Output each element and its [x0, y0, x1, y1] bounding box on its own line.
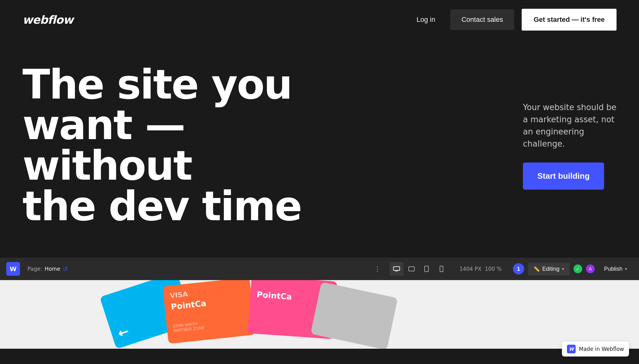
card-orange-details: JOHN SMITHPARTNER ZONE — [173, 316, 248, 333]
designer-preview: W Page: Home ↺ ⋮ 1404 PX 100 % — [0, 258, 639, 349]
made-in-webflow-badge[interactable]: W Made in Webflow — [562, 342, 629, 349]
svg-rect-1 — [409, 267, 414, 271]
mobile-device-button[interactable] — [435, 262, 448, 276]
svg-rect-3 — [440, 266, 443, 272]
page-name[interactable]: Home — [45, 266, 60, 272]
nav-actions: Log in Contact sales Get started — it's … — [409, 9, 617, 31]
editing-label: Editing — [542, 266, 559, 272]
logo[interactable]: webflow — [22, 13, 73, 26]
tablet-portrait-device-button[interactable] — [420, 262, 433, 276]
made-in-webflow-text: Made in Webflow — [579, 346, 624, 349]
hero-side: Your website should be a marketing asset… — [498, 101, 617, 190]
hero-title: The site you want — without the dev time — [22, 64, 303, 226]
canvas-content: ← VISA PointCa JOHN SMITHPARTNER ZONE 4.… — [0, 280, 639, 349]
publish-chevron-icon: ▾ — [625, 266, 627, 271]
device-switcher — [390, 262, 448, 276]
hero-headline: The site you want — without the dev time — [22, 64, 498, 226]
page-label: Page: — [27, 266, 42, 272]
card-gray — [310, 282, 398, 349]
webflow-badge-logo: W — [567, 345, 576, 349]
start-building-button[interactable]: Start building — [523, 163, 604, 190]
svg-rect-0 — [393, 267, 400, 270]
more-options-icon[interactable]: ⋮ — [374, 265, 381, 273]
collaborator-badge: 1 — [513, 263, 524, 274]
navbar: webflow Log in Contact sales Get started… — [0, 0, 639, 39]
page-indicator: Page: Home ↺ — [27, 265, 68, 273]
toolbar-right-actions: 1 ✏️ Editing ▾ ✓ A Publish ▾ — [513, 263, 633, 275]
tablet-landscape-device-button[interactable] — [405, 262, 418, 276]
designer-toolbar: W Page: Home ↺ ⋮ 1404 PX 100 % — [0, 258, 639, 280]
designer-canvas: ← VISA PointCa JOHN SMITHPARTNER ZONE 4.… — [0, 280, 639, 349]
hero-subtitle: Your website should be a marketing asset… — [523, 101, 617, 150]
refresh-icon[interactable]: ↺ — [63, 265, 68, 273]
user-avatar-icon: A — [586, 265, 595, 273]
hero-section: The site you want — without the dev time… — [0, 39, 639, 258]
contact-sales-button[interactable]: Contact sales — [450, 9, 514, 30]
login-button[interactable]: Log in — [409, 11, 443, 29]
publish-label: Publish — [604, 266, 622, 272]
publish-status-icon: ✓ — [573, 265, 582, 273]
publish-button[interactable]: Publish ▾ — [598, 263, 633, 275]
svg-rect-2 — [425, 266, 428, 272]
canvas-size: 1404 PX 100 % — [460, 266, 502, 272]
card-orange: VISA PointCa JOHN SMITHPARTNER ZONE — [163, 280, 256, 344]
webflow-designer-logo[interactable]: W — [6, 262, 20, 276]
get-started-button[interactable]: Get started — it's free — [522, 9, 617, 31]
editing-button[interactable]: ✏️ Editing ▾ — [528, 263, 570, 275]
chevron-down-icon: ▾ — [562, 266, 564, 271]
pencil-icon: ✏️ — [534, 266, 540, 272]
desktop-device-button[interactable] — [390, 262, 403, 276]
